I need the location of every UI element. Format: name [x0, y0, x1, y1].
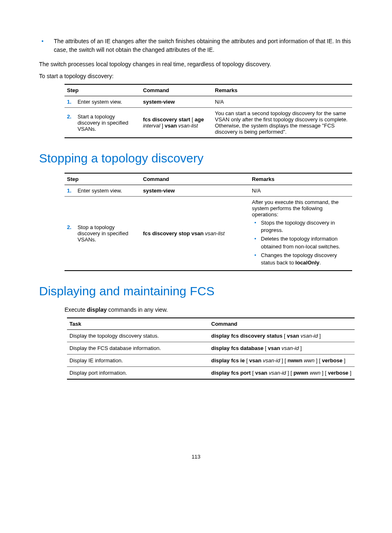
command-cell: fcs discovery start [ age interval ] vsa…	[141, 108, 212, 138]
heading-displaying: Displaying and maintaining FCS	[39, 284, 353, 298]
step-desc: Enter system view.	[78, 99, 122, 105]
col-remarks: Remarks	[212, 84, 352, 96]
col-step: Step	[65, 84, 141, 96]
display-intro: Execute display commands in any view.	[65, 306, 353, 314]
command-cell: display fcs ie [ vsan vsan-id ] [ nwwn w…	[209, 355, 355, 367]
table-row: 2. Stop a topology discovery in specifie…	[65, 197, 352, 271]
list-item: Stops the topology discovery in progress…	[252, 219, 350, 234]
table-row: 1. Enter system view. system-view N/A	[65, 185, 352, 197]
step-number: 1.	[67, 188, 76, 194]
table-row: 2. Start a topology discovery in specifi…	[65, 108, 352, 138]
col-command: Command	[141, 84, 212, 96]
step-number: 2.	[67, 114, 76, 120]
task-cell: Display IE information.	[67, 355, 209, 367]
command-cell: fcs discovery stop vsan vsan-list	[141, 197, 249, 271]
col-task: Task	[67, 318, 209, 330]
remarks-cell: N/A	[212, 96, 352, 108]
col-remarks: Remarks	[249, 173, 352, 185]
step-desc: Start a topology discovery in specified …	[78, 114, 135, 132]
intro-para-1: The switch processes local topology chan…	[39, 60, 353, 69]
heading-stopping: Stopping a topology discovery	[39, 151, 353, 165]
command-cell: display fcs discovery status [ vsan vsan…	[209, 330, 355, 342]
step-number: 1.	[67, 99, 76, 105]
command-cell: system-view	[141, 185, 249, 197]
step-desc: Stop a topology discovery in specified V…	[78, 224, 135, 243]
col-step: Step	[65, 173, 141, 185]
remarks-cell: After you execute this command, the syst…	[249, 197, 352, 271]
intro-para-2: To start a topology discovery:	[39, 72, 353, 81]
col-command: Command	[141, 173, 249, 185]
table-row: 1. Enter system view. system-view N/A	[65, 96, 352, 108]
col-command: Command	[209, 318, 355, 330]
table-row: Display IE information. display fcs ie […	[67, 355, 355, 367]
intro-bullet: The attributes of an IE changes after th…	[39, 37, 353, 54]
command-cell: display fcs database [ vsan vsan-id ]	[209, 342, 355, 355]
step-number: 2.	[67, 224, 76, 230]
task-cell: Display port information.	[67, 367, 209, 380]
table-row: Display port information. display fcs po…	[67, 367, 355, 380]
start-discovery-table: Step Command Remarks 1. Enter system vie…	[65, 84, 352, 138]
task-cell: Display the FCS database information.	[67, 342, 209, 355]
intro-bullet-list: The attributes of an IE changes after th…	[39, 37, 353, 54]
remarks-intro: After you execute this command, the syst…	[252, 199, 350, 218]
page-number: 113	[39, 454, 353, 460]
table-row: Display the FCS database information. di…	[67, 342, 355, 355]
display-commands-table: Task Command Display the topology discov…	[67, 317, 355, 380]
remarks-cell: You can start a second topology discover…	[212, 108, 352, 138]
step-desc: Enter system view.	[78, 188, 122, 194]
command-cell: display fcs port [ vsan vsan-id ] [ pwwn…	[209, 367, 355, 380]
stop-discovery-table: Step Command Remarks 1. Enter system vie…	[65, 173, 352, 271]
command-cell: system-view	[141, 96, 212, 108]
list-item: Deletes the topology information obtaine…	[252, 235, 350, 250]
remarks-cell: N/A	[249, 185, 352, 197]
table-row: Display the topology discovery status. d…	[67, 330, 355, 342]
page-container: The attributes of an IE changes after th…	[0, 0, 392, 476]
list-item: Changes the topology discovery status ba…	[252, 252, 350, 266]
remarks-list: Stops the topology discovery in progress…	[252, 219, 350, 266]
start-tbody: 1. Enter system view. system-view N/A 2.…	[65, 96, 352, 138]
task-cell: Display the topology discovery status.	[67, 330, 209, 342]
